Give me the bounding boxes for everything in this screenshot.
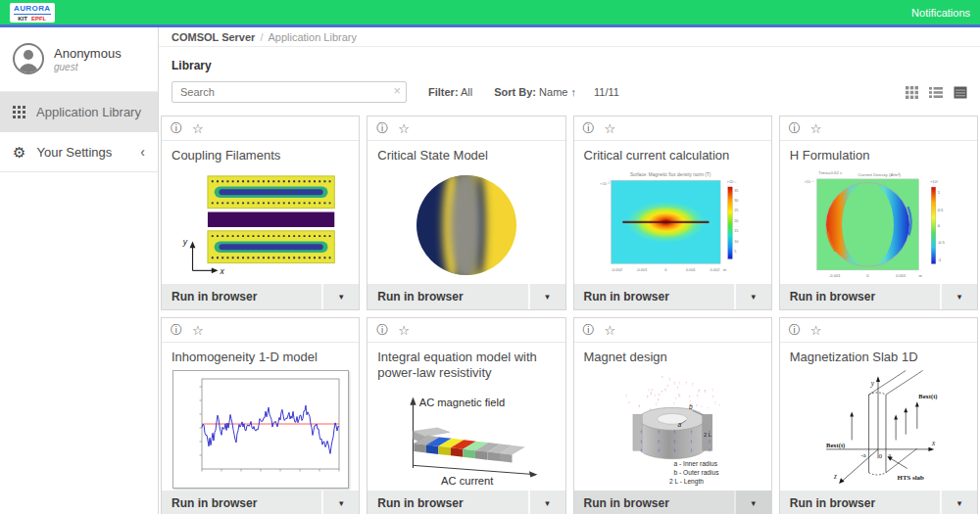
sort-direction-icon[interactable]: ↑	[571, 86, 577, 98]
clear-search-icon[interactable]: ×	[393, 84, 401, 97]
bext-right-label: Bext(t)	[919, 394, 938, 401]
run-options-dropdown[interactable]: ▾	[734, 284, 771, 309]
app-title: Coupling Filaments	[162, 141, 359, 165]
favorite-star-icon[interactable]: ☆	[605, 324, 616, 337]
colorbar-exponent: ×10⁸	[931, 180, 939, 184]
colorbar-tick: 35	[734, 189, 738, 193]
notifications-link[interactable]: Notifications	[911, 7, 970, 19]
search-box: ×	[172, 81, 407, 103]
favorite-star-icon[interactable]: ☆	[398, 122, 410, 135]
app-title: Magnet design	[574, 343, 771, 367]
run-in-browser-button[interactable]: Run in browser	[780, 491, 940, 514]
svg-text:↑: ↑	[690, 438, 693, 444]
svg-text:↑: ↑	[663, 387, 666, 393]
run-options-dropdown[interactable]: ▾	[734, 491, 771, 514]
svg-text:↑: ↑	[695, 402, 699, 408]
svg-text:↑: ↑	[711, 394, 714, 399]
info-icon[interactable]: ⓘ	[376, 122, 388, 134]
info-icon[interactable]: ⓘ	[171, 324, 182, 336]
svg-text:↑: ↑	[661, 374, 664, 380]
colorbar-tick: 10	[734, 240, 738, 244]
run-options-dropdown[interactable]: ▾	[940, 491, 977, 514]
app-card-h-formulation: ⓘ☆ H Formulation	[779, 116, 978, 310]
info-icon[interactable]: ⓘ	[789, 324, 801, 336]
sort-control[interactable]: Sort By: Name ↑	[494, 86, 576, 98]
run-in-browser-button[interactable]: Run in browser	[162, 284, 321, 309]
run-in-browser-button[interactable]: Run in browser	[780, 284, 940, 309]
svg-text:↑: ↑	[685, 380, 688, 386]
info-icon[interactable]: ⓘ	[583, 122, 595, 134]
run-options-dropdown[interactable]: ▾	[528, 491, 565, 514]
colorbar-tick: 30	[734, 199, 738, 203]
colorbar-tick: 1	[938, 191, 941, 196]
colorbar-tick: 5	[734, 250, 736, 254]
run-in-browser-button[interactable]: Run in browser	[574, 491, 734, 514]
thumbnail-integral-equation: AC magnetic field	[368, 384, 564, 491]
library-toolbar: Library × Filter: All Sort By: Name ↑ 11…	[159, 47, 980, 116]
favorite-star-icon[interactable]: ☆	[605, 122, 616, 135]
svg-text:↑: ↑	[673, 429, 676, 436]
user-name: Anonymous	[54, 46, 122, 61]
run-in-browser-button[interactable]: Run in browser	[368, 491, 527, 514]
svg-text:↑: ↑	[690, 429, 693, 436]
sidebar-item-label: Application Library	[36, 105, 141, 119]
x-tick: -0.001	[829, 273, 841, 278]
plot-title: Current Density (A/m²)	[858, 172, 902, 177]
info-icon[interactable]: ⓘ	[789, 122, 801, 134]
run-options-dropdown[interactable]: ▾	[528, 284, 565, 309]
svg-text:↑: ↑	[673, 438, 676, 444]
run-in-browser-button[interactable]: Run in browser	[574, 284, 734, 309]
svg-text:↑: ↑	[640, 446, 643, 453]
collapse-sidebar-icon[interactable]: ‹	[140, 145, 145, 159]
svg-text:↑: ↑	[640, 429, 643, 436]
plot-title: Surface: Magnetic flux density norm (T)	[630, 173, 711, 178]
top-bar: AURORA KIT EPFL Notifications	[0, 0, 980, 24]
aurora-logo: AURORA KIT EPFL	[10, 3, 55, 23]
filter-label: Filter:	[428, 86, 459, 98]
favorite-star-icon[interactable]: ☆	[398, 324, 410, 337]
info-icon[interactable]: ⓘ	[583, 324, 595, 336]
info-icon[interactable]: ⓘ	[376, 324, 388, 336]
breadcrumb-comsol-server[interactable]: COMSOL Server	[172, 31, 255, 43]
run-options-dropdown[interactable]: ▾	[321, 491, 359, 514]
x-tick: -0.002	[612, 267, 622, 272]
info-icon[interactable]: ⓘ	[171, 122, 182, 134]
app-card-coupling-filaments: ⓘ☆ Coupling Filaments	[161, 116, 360, 310]
x-tick: 0.002	[710, 267, 720, 272]
sidebar-item-application-library[interactable]: Application Library	[0, 92, 158, 132]
run-options-dropdown[interactable]: ▾	[321, 284, 359, 309]
thumbnail-inhomogeneity	[162, 367, 359, 491]
filter-control[interactable]: Filter: All	[428, 86, 472, 98]
y-exponent: ×10⁻³	[600, 181, 611, 186]
run-options-dropdown[interactable]: ▾	[940, 284, 977, 309]
grid-view-icon[interactable]	[906, 86, 918, 99]
favorite-star-icon[interactable]: ☆	[810, 122, 822, 135]
x-tick: 0	[867, 273, 870, 278]
svg-text:↑: ↑	[673, 446, 676, 453]
legend-length: 2 L - Length	[669, 478, 704, 486]
legend-inner-radius: a - Inner radius	[674, 460, 718, 467]
favorite-star-icon[interactable]: ☆	[192, 324, 204, 337]
favorite-star-icon[interactable]: ☆	[810, 324, 822, 337]
search-input[interactable]	[172, 81, 407, 103]
run-in-browser-button[interactable]: Run in browser	[368, 284, 527, 309]
sidebar-item-your-settings[interactable]: ⚙ Your Settings ‹	[0, 132, 158, 172]
app-card-magnet-design: ⓘ☆ Magnet design ↑↑↑↑↑↑↑↑↑↑↑↑↑↑↑↑↑↑↑↑↑↑↑…	[573, 317, 772, 514]
avatar-head-icon	[24, 50, 33, 60]
hts-slab-label: HTS slab	[898, 474, 924, 481]
compact-view-icon[interactable]	[954, 86, 967, 99]
colorbar-tick: 25	[734, 209, 738, 212]
svg-text:↑: ↑	[691, 381, 695, 387]
app-card-inhomogeneity-1d: ⓘ☆ Inhomogeneity 1-D model	[161, 317, 360, 514]
brand-kit: KIT	[18, 16, 27, 22]
sidebar: Anonymous guest Application Library ⚙ Yo…	[0, 27, 159, 514]
pos-a-tick: a	[889, 451, 892, 458]
result-count: 11/11	[594, 86, 619, 98]
svg-text:↑: ↑	[708, 438, 710, 444]
list-view-icon[interactable]	[929, 86, 943, 99]
thumbnail-critical-current: Surface: Magnetic flux density norm (T) …	[574, 165, 771, 284]
favorite-star-icon[interactable]: ☆	[192, 122, 204, 135]
run-in-browser-button[interactable]: Run in browser	[162, 491, 321, 514]
app-title: H Formulation	[780, 141, 977, 165]
svg-text:↑: ↑	[678, 394, 682, 399]
